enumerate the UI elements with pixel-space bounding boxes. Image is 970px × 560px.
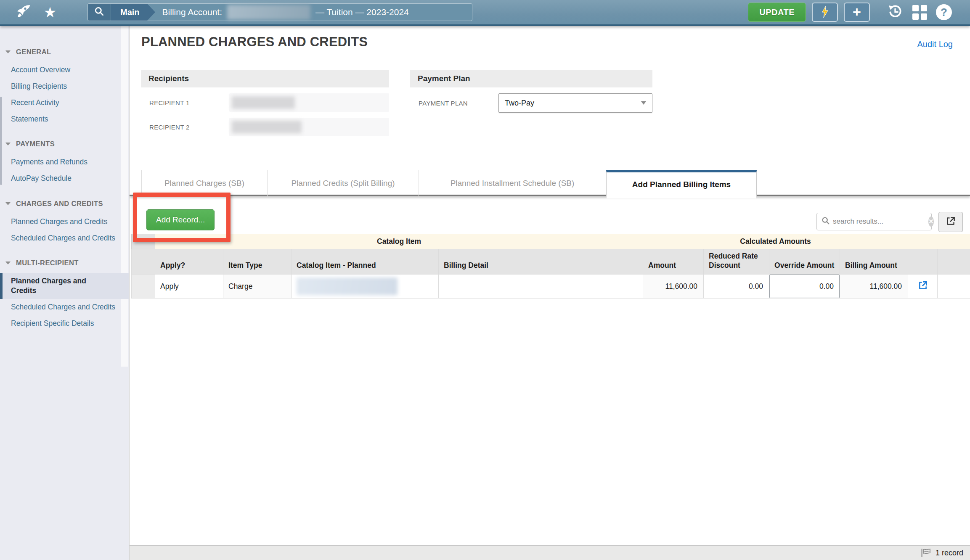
sidebar-item-recent-activity[interactable]: Recent Activity: [0, 95, 129, 111]
sidebar-nav: GENERAL Account Overview Billing Recipie…: [0, 26, 129, 332]
tab-planned-credits-split-billing[interactable]: Planned Credits (Split Billing): [268, 170, 419, 196]
sidebar-item-statements[interactable]: Statements: [0, 111, 129, 127]
tab-strip: Planned Charges (SB) Planned Credits (Sp…: [130, 170, 970, 196]
tab-row: Planned Charges (SB) Planned Credits (Sp…: [141, 170, 757, 196]
catalog-item-cell: [292, 275, 439, 298]
search-input[interactable]: [830, 217, 928, 226]
page-title: PLANNED CHARGES AND CREDITS: [141, 34, 368, 50]
recipient-2-label: RECIPIENT 2: [141, 124, 229, 131]
search-results-box: ✕: [816, 213, 932, 230]
help-icon: ?: [936, 4, 952, 20]
column-header-catalog-item-planned: Catalog Item - Planned: [292, 249, 439, 275]
tab-planned-installment-schedule-sb[interactable]: Planned Installment Schedule (SB): [419, 170, 606, 196]
tab-planned-charges-sb[interactable]: Planned Charges (SB): [141, 170, 268, 196]
payment-plan-selected-value: Two-Pay: [505, 99, 534, 108]
status-bar: 1 record: [130, 545, 970, 560]
row-open-record-cell: [908, 275, 938, 298]
sidebar-item-account-overview[interactable]: Account Overview: [0, 62, 129, 78]
update-button[interactable]: UPDATE: [748, 3, 806, 22]
column-header-reduced-rate-discount: Reduced Rate Discount: [704, 249, 769, 275]
redacted-recipient-2-name: [232, 121, 302, 133]
breadcrumb-main[interactable]: Main: [111, 4, 147, 21]
audit-log-link[interactable]: Audit Log: [917, 40, 953, 49]
chevron-down-icon: [5, 143, 11, 145]
sidebar-item-recipient-specific-details[interactable]: Recipient Specific Details: [0, 315, 129, 332]
recipients-panel-header: Recipients: [141, 70, 389, 87]
row-selector-cell[interactable]: [132, 275, 155, 298]
override-amount-cell: [769, 275, 840, 298]
history-icon: [888, 4, 903, 21]
billing-account-suffix: — Tuition — 2023-2024: [315, 7, 409, 17]
record-count: 1 record: [936, 549, 963, 557]
sidebar-section-general-header[interactable]: GENERAL: [0, 48, 129, 56]
recipients-panel: Recipients RECIPIENT 1 RECIPIENT 2: [141, 70, 389, 136]
favorites-button[interactable]: ★: [33, 3, 51, 21]
main-content: PLANNED CHARGES AND CREDITS Audit Log Re…: [130, 26, 970, 560]
table-row: Apply Charge 11,600.00 0.00 11,600.00: [132, 275, 970, 298]
sidebar-item-mr-planned-charges-credits[interactable]: Planned Charges and Credits: [0, 273, 129, 299]
payment-plan-panel: Payment Plan PAYMENT PLAN Two-Pay: [410, 70, 652, 113]
payment-plan-label: PAYMENT PLAN: [410, 100, 498, 107]
apply-cell: Apply: [155, 275, 223, 298]
amount-cell: 11,600.00: [643, 275, 704, 298]
open-record-link-icon[interactable]: [917, 280, 928, 291]
help-button[interactable]: ?: [935, 3, 953, 21]
chevron-down-icon: [5, 202, 11, 205]
topbar-actions: UPDATE +: [748, 0, 953, 24]
section-label: PAYMENTS: [16, 140, 55, 148]
quick-actions-button[interactable]: [812, 3, 838, 22]
add-record-button[interactable]: Add Record...: [146, 209, 215, 230]
chevron-down-icon: [5, 50, 11, 53]
search-icon: [94, 6, 105, 18]
rocket-icon: [16, 4, 31, 21]
apps-menu-button[interactable]: [910, 3, 929, 21]
override-amount-input[interactable]: [769, 275, 840, 298]
breadcrumb-search-button[interactable]: [88, 4, 111, 21]
breadcrumb: Main Billing Account: — Tuition — 2023-2…: [87, 3, 472, 21]
plus-icon: +: [853, 5, 861, 19]
sidebar-section-general: GENERAL Account Overview Billing Recipie…: [0, 48, 129, 127]
top-navigation-bar: ★ Main Billing Account: — Tuition — 2023…: [0, 0, 970, 26]
section-label: CHARGES AND CREDITS: [16, 200, 103, 208]
open-in-new-window-button[interactable]: [938, 212, 963, 232]
billing-detail-cell: [439, 275, 643, 298]
recipient-2-row: RECIPIENT 2: [141, 118, 389, 136]
search-icon: [817, 216, 830, 227]
sidebar-section-payments: PAYMENTS Payments and Refunds AutoPay Sc…: [0, 140, 129, 187]
sidebar-item-billing-recipients[interactable]: Billing Recipients: [0, 78, 129, 95]
dropdown-caret-icon: [641, 101, 646, 105]
application-window: ★ Main Billing Account: — Tuition — 2023…: [0, 0, 970, 560]
breadcrumb-main-label: Main: [120, 8, 140, 17]
column-header-item-type: Item Type: [223, 249, 292, 275]
title-divider: [130, 59, 970, 59]
clear-search-icon[interactable]: ✕: [928, 217, 934, 227]
group-header-spacer: [908, 234, 970, 249]
sidebar-section-charges-credits-header[interactable]: CHARGES AND CREDITS: [0, 200, 129, 208]
sidebar-item-autopay-schedule[interactable]: AutoPay Schedule: [0, 170, 129, 187]
section-label: MULTI-RECIPIENT: [16, 259, 79, 267]
breadcrumb-title: Billing Account: — Tuition — 2023-2024: [147, 4, 409, 21]
payment-plan-select[interactable]: Two-Pay: [498, 93, 652, 113]
sidebar-item-planned-charges-credits[interactable]: Planned Charges and Credits: [0, 214, 129, 230]
recipient-1-value: [229, 93, 389, 112]
flag-icon: [921, 548, 932, 557]
sidebar-item-scheduled-charges-credits[interactable]: Scheduled Charges and Credits: [0, 230, 129, 246]
sidebar-section-payments-header[interactable]: PAYMENTS: [0, 140, 129, 148]
item-type-cell: Charge: [223, 275, 292, 298]
grid-column-header-row: Apply? Item Type Catalog Item - Planned …: [132, 249, 970, 275]
column-header-amount: Amount: [643, 249, 704, 275]
tab-add-planned-billing-items[interactable]: Add Planned Billing Items: [606, 170, 757, 196]
grid-icon: [912, 5, 927, 20]
sidebar-section-multi-recipient: MULTI-RECIPIENT Planned Charges and Cred…: [0, 259, 129, 332]
history-button[interactable]: [886, 3, 904, 21]
home-rocket-button[interactable]: [14, 3, 33, 21]
sidebar-item-payments-and-refunds[interactable]: Payments and Refunds: [0, 154, 129, 170]
redacted-account-name: [227, 5, 310, 20]
payment-plan-row: PAYMENT PLAN Two-Pay: [410, 93, 652, 113]
redacted-recipient-1-name: [232, 96, 295, 109]
filler-cell: [938, 275, 970, 298]
sidebar-section-multi-recipient-header[interactable]: MULTI-RECIPIENT: [0, 259, 129, 267]
add-new-button[interactable]: +: [844, 3, 870, 22]
column-header-selector: [132, 249, 155, 275]
sidebar-item-mr-scheduled-charges-credits[interactable]: Scheduled Charges and Credits: [0, 299, 129, 315]
